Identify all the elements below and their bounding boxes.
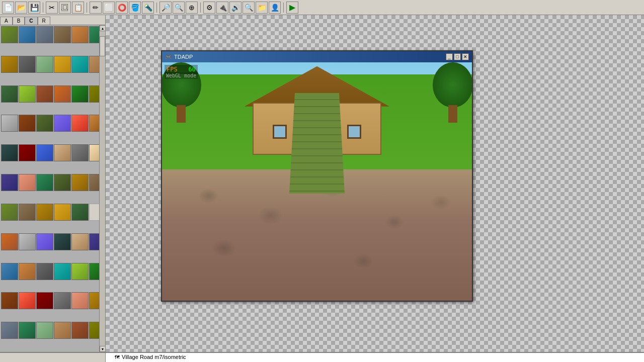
scroll-thumb[interactable] xyxy=(100,36,105,56)
settings-button[interactable]: ⚙ xyxy=(203,2,215,14)
preview-window[interactable]: 🎮 TDADP _ □ ✕ xyxy=(161,50,473,302)
preview-close-button[interactable]: ✕ xyxy=(462,53,469,60)
tile-item[interactable] xyxy=(19,263,36,280)
tile-item[interactable] xyxy=(19,56,36,73)
tile-item[interactable] xyxy=(54,174,71,191)
tile-item[interactable] xyxy=(1,56,18,73)
tile-item[interactable] xyxy=(19,26,36,43)
paste-button[interactable]: 📋 xyxy=(72,2,84,14)
tile-item[interactable] xyxy=(89,115,99,132)
scroll-down-arrow[interactable]: ▼ xyxy=(100,346,105,352)
preview-content[interactable]: FPS 60 WebGL mode xyxy=(162,62,472,301)
tree-item-village-road[interactable]: 🗺 Village Road m7/isometric xyxy=(106,353,644,361)
tile-item[interactable] xyxy=(89,322,99,339)
zoom-out-button[interactable]: 🔍 xyxy=(173,2,185,14)
select-tool-button[interactable]: 🔦 xyxy=(142,2,154,14)
tile-item[interactable] xyxy=(36,263,53,280)
tile-item[interactable] xyxy=(71,174,89,191)
tile-item[interactable] xyxy=(89,56,99,73)
tile-item[interactable] xyxy=(1,233,18,250)
tile-item[interactable] xyxy=(36,174,53,191)
tab-r[interactable]: R xyxy=(38,17,50,25)
tile-item[interactable] xyxy=(89,85,99,103)
tile-item[interactable] xyxy=(54,56,71,73)
tab-a[interactable]: A xyxy=(0,17,13,25)
tile-item[interactable] xyxy=(19,85,36,103)
tile-item[interactable] xyxy=(19,204,36,221)
tile-item[interactable] xyxy=(36,233,53,250)
tile-item[interactable] xyxy=(89,26,99,43)
tab-c[interactable]: C xyxy=(25,17,37,25)
fill-tool-button[interactable]: 🪣 xyxy=(129,2,141,14)
tile-item[interactable] xyxy=(36,204,53,221)
debug-button[interactable]: 🔍 xyxy=(243,2,255,14)
tile-item[interactable] xyxy=(71,144,89,161)
tile-item[interactable] xyxy=(71,85,89,103)
tile-scrollbar[interactable]: ▲ ▼ xyxy=(99,25,105,352)
tile-item[interactable] xyxy=(71,204,89,221)
tile-item[interactable] xyxy=(54,322,71,339)
cut-button[interactable]: ✂ xyxy=(46,2,58,14)
save-button[interactable]: 💾 xyxy=(28,2,40,14)
tab-b[interactable]: B xyxy=(13,17,25,25)
tile-item[interactable] xyxy=(1,115,18,132)
sound-button[interactable]: 🔊 xyxy=(229,2,242,14)
tile-item[interactable] xyxy=(1,263,18,280)
tile-item[interactable] xyxy=(71,26,89,43)
character-button[interactable]: 👤 xyxy=(269,2,281,14)
tile-item[interactable] xyxy=(89,263,99,280)
tile-item[interactable] xyxy=(54,85,71,103)
tile-item[interactable] xyxy=(89,292,99,309)
tile-item[interactable] xyxy=(19,322,36,339)
tile-item[interactable] xyxy=(54,263,71,280)
tile-item[interactable] xyxy=(1,174,18,191)
copy-button[interactable]: ⿴ xyxy=(59,2,71,14)
tile-item[interactable] xyxy=(19,233,36,250)
open-button[interactable]: 📂 xyxy=(15,2,27,14)
canvas-area[interactable]: 🎮 TDADP _ □ ✕ xyxy=(106,15,644,352)
tile-item[interactable] xyxy=(19,174,36,191)
folder-button[interactable]: 📁 xyxy=(256,2,268,14)
tile-item[interactable] xyxy=(71,322,89,339)
tile-item[interactable] xyxy=(89,233,99,250)
tile-item[interactable] xyxy=(1,85,18,103)
tile-item[interactable] xyxy=(54,292,71,309)
tile-item[interactable] xyxy=(36,85,53,103)
zoom-reset-button[interactable]: ⊕ xyxy=(186,2,198,14)
tile-item[interactable] xyxy=(71,292,89,309)
plugin-button[interactable]: 🔌 xyxy=(216,2,228,14)
play-button[interactable]: ▶ xyxy=(286,2,298,14)
tile-item[interactable] xyxy=(1,204,18,221)
tile-item[interactable] xyxy=(19,144,36,161)
tile-item[interactable] xyxy=(54,115,71,132)
draw-tool-button[interactable]: ✏ xyxy=(90,2,102,14)
tile-item[interactable] xyxy=(36,322,53,339)
new-button[interactable]: 📄 xyxy=(2,2,14,14)
tile-item[interactable] xyxy=(71,56,89,73)
tile-item[interactable] xyxy=(54,233,71,250)
tile-item[interactable] xyxy=(36,26,53,43)
tile-item[interactable] xyxy=(19,115,36,132)
scroll-up-arrow[interactable]: ▲ xyxy=(100,25,105,31)
preview-minimize-button[interactable]: _ xyxy=(446,53,453,60)
tile-item[interactable] xyxy=(89,144,99,161)
tile-item[interactable] xyxy=(1,292,18,309)
tile-item[interactable] xyxy=(89,174,99,191)
tile-item[interactable] xyxy=(54,144,71,161)
tile-item[interactable] xyxy=(36,292,53,309)
tile-item[interactable] xyxy=(36,115,53,132)
tile-item[interactable] xyxy=(71,115,89,132)
tile-item[interactable] xyxy=(1,322,18,339)
zoom-in-button[interactable]: 🔎 xyxy=(159,2,172,14)
preview-maximize-button[interactable]: □ xyxy=(454,53,461,60)
tile-item[interactable] xyxy=(71,263,89,280)
tile-item[interactable] xyxy=(54,204,71,221)
tile-item-selected[interactable] xyxy=(89,204,99,221)
rect-tool-button[interactable]: ⬜ xyxy=(103,2,115,14)
circle-tool-button[interactable]: ⭕ xyxy=(116,2,128,14)
tile-item[interactable] xyxy=(1,26,18,43)
tile-item[interactable] xyxy=(36,56,53,73)
tile-item[interactable] xyxy=(36,144,53,161)
tile-item[interactable] xyxy=(1,144,18,161)
tile-item[interactable] xyxy=(54,26,71,43)
